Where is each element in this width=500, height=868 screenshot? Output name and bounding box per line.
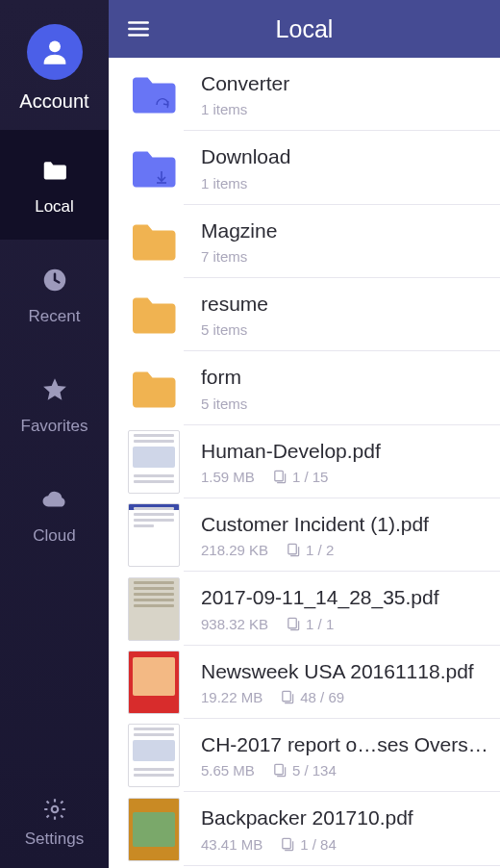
file-pages: 5 / 134 xyxy=(272,762,337,779)
svg-rect-11 xyxy=(283,838,290,848)
sidebar-item-label: Local xyxy=(35,197,74,217)
file-row[interactable]: CH-2017 report o…ses Overseas 5.65 MB 5 … xyxy=(109,719,500,792)
folder-meta: 1 items xyxy=(201,175,247,191)
file-size: 938.32 KB xyxy=(201,616,268,632)
sidebar-item-favorites[interactable]: Favorites xyxy=(0,349,109,459)
folder-icon xyxy=(124,139,184,198)
file-pages: 48 / 69 xyxy=(280,689,344,705)
toolbar: Local xyxy=(109,0,500,58)
folder-row[interactable]: Magzine 7 items xyxy=(109,205,500,278)
folder-row[interactable]: resume 5 items xyxy=(109,278,500,351)
file-name: Backpacker 201710.pdf xyxy=(201,804,496,831)
sidebar: Account Local Recent Favorites Cloud xyxy=(0,0,109,868)
menu-button[interactable] xyxy=(124,14,153,43)
file-size: 1.59 MB xyxy=(201,469,255,485)
folder-meta: 7 items xyxy=(201,248,247,265)
file-row[interactable]: Newsweek USA 20161118.pdf 19.22 MB 48 / … xyxy=(109,646,500,719)
folder-meta: 1 items xyxy=(201,101,247,117)
svg-rect-6 xyxy=(275,471,283,480)
main-pane: Local Converter 1 items Download 1 items xyxy=(109,0,500,868)
folder-icon xyxy=(124,64,184,124)
folder-icon xyxy=(124,212,184,271)
cloud-icon xyxy=(38,482,72,517)
settings-label: Settings xyxy=(25,830,84,849)
file-name: Newsweek USA 20161118.pdf xyxy=(201,658,496,685)
file-name: CH-2017 report o…ses Overseas xyxy=(201,731,496,758)
sidebar-item-local[interactable]: Local xyxy=(0,130,109,240)
file-thumbnail xyxy=(128,577,180,641)
folder-name: Magzine xyxy=(201,217,496,244)
page-title: Local xyxy=(109,15,500,43)
hamburger-icon xyxy=(126,16,151,41)
file-thumbnail xyxy=(128,651,180,714)
folder-meta: 5 items xyxy=(201,396,247,412)
file-thumbnail xyxy=(128,503,180,567)
svg-rect-9 xyxy=(283,692,290,702)
sidebar-item-cloud[interactable]: Cloud xyxy=(0,459,109,569)
folder-name: Download xyxy=(201,143,496,170)
account-label: Account xyxy=(19,90,88,113)
file-size: 218.29 KB xyxy=(201,542,268,558)
folder-icon xyxy=(38,153,72,188)
file-size: 19.22 MB xyxy=(201,689,262,705)
folder-meta: 5 items xyxy=(201,321,247,338)
file-pages: 1 / 15 xyxy=(272,469,329,485)
sidebar-item-settings[interactable]: Settings xyxy=(0,797,109,868)
folder-icon xyxy=(124,359,184,419)
folder-name: resume xyxy=(201,291,496,318)
svg-rect-7 xyxy=(288,545,296,554)
file-pages: 1 / 2 xyxy=(286,542,334,558)
svg-point-0 xyxy=(49,40,61,52)
gear-icon xyxy=(42,797,67,822)
file-thumbnail xyxy=(128,430,180,494)
person-icon xyxy=(38,36,71,68)
file-name: Human-Develop.pdf xyxy=(201,438,496,465)
file-pages: 1 / 1 xyxy=(286,616,334,632)
file-row[interactable]: 2017-09-11_14_28_35.pdf 938.32 KB 1 / 1 xyxy=(109,572,500,645)
svg-point-2 xyxy=(51,806,58,813)
account-button[interactable]: Account xyxy=(0,0,109,130)
folder-name: form xyxy=(201,364,496,391)
file-list[interactable]: Converter 1 items Download 1 items xyxy=(109,58,500,868)
file-row[interactable]: Backpacker 201710.pdf 43.41 MB 1 / 84 xyxy=(109,792,500,865)
file-row[interactable]: Customer Incident (1).pdf 218.29 KB 1 / … xyxy=(109,498,500,572)
star-icon xyxy=(38,372,72,407)
folder-icon xyxy=(124,285,184,345)
file-thumbnail xyxy=(128,798,180,861)
file-pages: 1 / 84 xyxy=(280,836,337,853)
sidebar-item-label: Favorites xyxy=(21,417,88,436)
folder-row[interactable]: Converter 1 items xyxy=(109,58,500,131)
sidebar-item-label: Cloud xyxy=(33,526,75,546)
file-name: Customer Incident (1).pdf xyxy=(201,511,496,538)
file-thumbnail xyxy=(128,724,180,787)
sidebar-item-recent[interactable]: Recent xyxy=(0,240,109,349)
folder-row[interactable]: form 5 items xyxy=(109,351,500,424)
folder-row[interactable]: Download 1 items xyxy=(109,131,500,204)
svg-rect-10 xyxy=(275,765,283,775)
file-size: 43.41 MB xyxy=(201,836,262,853)
svg-rect-8 xyxy=(288,618,296,627)
file-name: 2017-09-11_14_28_35.pdf xyxy=(201,584,496,611)
file-row[interactable]: Human-Develop.pdf 1.59 MB 1 / 15 xyxy=(109,425,500,498)
avatar xyxy=(27,24,83,80)
folder-name: Converter xyxy=(201,70,496,97)
file-size: 5.65 MB xyxy=(201,762,255,779)
clock-icon xyxy=(38,263,72,297)
sidebar-item-label: Recent xyxy=(29,307,81,326)
